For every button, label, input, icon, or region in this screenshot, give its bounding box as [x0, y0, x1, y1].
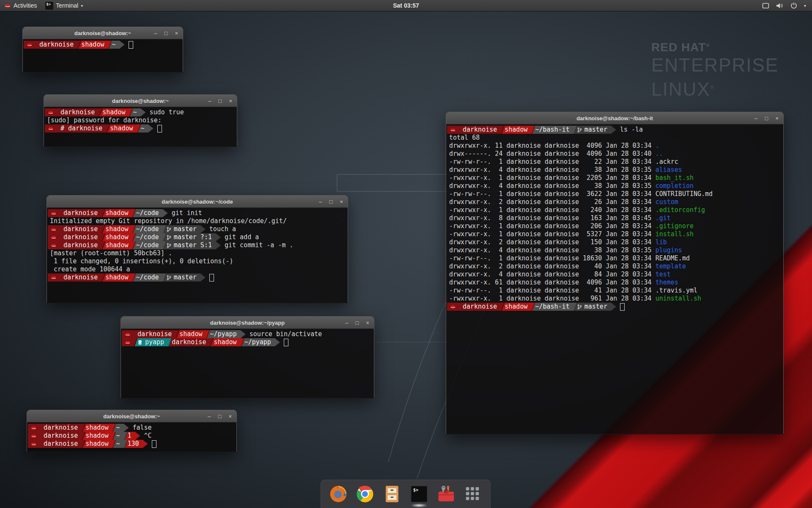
redhat-prompt-icon: [31, 425, 37, 430]
terminal-content[interactable]: darknoiseshadow~/bash-itmasterls -latota…: [446, 124, 783, 434]
close-button[interactable]: ×: [229, 98, 232, 104]
ls-row: drwxrwxr-x. 2 darknoise darknoise 26 Jan…: [447, 198, 783, 206]
ls-row-filename: install.sh: [656, 230, 694, 238]
app-menu-terminal[interactable]: $> Terminal ▾: [41, 0, 87, 11]
prompt-segment-git: master: [573, 303, 611, 311]
terminal-content[interactable]: darknoiseshadow~falsedarknoiseshadow~1^C…: [27, 422, 236, 452]
terminal-content[interactable]: darknoiseshadow~: [23, 39, 183, 72]
maximize-button[interactable]: □: [165, 30, 168, 36]
git-branch-icon-wrap: [577, 304, 582, 310]
terminal-content[interactable]: darknoiseshadow~/codegit initInitialized…: [47, 208, 348, 303]
dock-item-firefox[interactable]: [329, 484, 348, 504]
window-titlebar[interactable]: darknoise@shadow:~–□×: [44, 95, 237, 107]
minimize-button[interactable]: –: [208, 414, 211, 419]
window-buttons: –□×: [319, 196, 343, 207]
prompt-line: darknoiseshadow~/bash-itmasterls -la: [447, 126, 783, 134]
ls-row: drwxrwxr-x. 11 darknoise darknoise 4096 …: [447, 142, 783, 150]
prompt-redhat-chip: [122, 330, 134, 338]
ls-row-meta: -rw-rw-r--. 1 darknoise darknoise 22 Jan…: [449, 158, 656, 166]
prompt-redhat-chip: [48, 233, 60, 241]
prompt-segment-user: darknoise: [459, 303, 501, 311]
close-button[interactable]: ×: [175, 30, 178, 36]
command-text: false: [129, 424, 152, 432]
prompt-segment-host: shadow: [501, 303, 531, 311]
dock-item-chrome[interactable]: [355, 484, 375, 504]
prompt-segment-text: darknoise: [63, 273, 98, 282]
git-branch-icon: [577, 304, 582, 310]
window-titlebar[interactable]: darknoise@shadow:~/bash-it–□×: [446, 112, 783, 124]
minimize-button[interactable]: –: [208, 98, 211, 104]
minimize-button[interactable]: –: [154, 30, 157, 36]
prompt-arrow-cap: [200, 225, 206, 233]
activities-button[interactable]: Activities: [0, 0, 41, 11]
prompt-line: darknoiseshadow~/codemaster: [48, 273, 348, 282]
prompt-segment-text: ~/code: [136, 241, 159, 249]
prompt-segment-text: darknoise: [63, 209, 98, 217]
dock-item-files[interactable]: [382, 484, 402, 504]
prompt-segment-host: shadow: [210, 338, 240, 346]
terminal-cursor: [620, 303, 625, 311]
ls-row-filename: .git: [656, 214, 671, 222]
menu-caret-icon: ▾: [804, 3, 806, 8]
prompt-line: darknoiseshadow~/codemaster S:1git commi…: [48, 241, 348, 249]
ls-row: drwxrwxr-x. 4 darknoise darknoise 38 Jan…: [447, 182, 783, 190]
terminal-content[interactable]: darknoiseshadow~/pyappsource bin/activat…: [121, 329, 374, 398]
maximize-button[interactable]: □: [218, 414, 222, 419]
dock-item-toolbox[interactable]: [436, 484, 456, 504]
running-indicator-glow: [411, 503, 428, 508]
window-titlebar[interactable]: darknoise@shadow:~/code–□×: [47, 196, 348, 208]
terminal-output-line: 1 file changed, 0 insertions(+), 0 delet…: [48, 257, 348, 265]
prompt-segment-text: darknoise: [63, 241, 98, 249]
prompt-segment-user: darknoise: [40, 432, 82, 440]
rhel-logo: RED HAT® ENTERPRISE LINUX®: [651, 41, 779, 100]
prompt-segment-host: shadow: [501, 126, 531, 134]
ls-row-meta: -rwxrwxr-x. 1 darknoise darknoise 2205 J…: [449, 174, 656, 182]
maximize-button[interactable]: □: [219, 98, 222, 104]
dock-item-terminal[interactable]: $>: [409, 484, 429, 504]
prompt-segment-dir: ~/code: [132, 233, 162, 241]
prompt-redhat-chip: [447, 126, 459, 134]
redhat-prompt-icon: [125, 340, 131, 345]
ls-row-meta: drwxrwxr-x. 2 darknoise darknoise 40 Jan…: [449, 262, 656, 271]
prompt-segment-text: ~: [112, 41, 115, 49]
prompt-arrow-cap: [124, 424, 129, 432]
window-titlebar[interactable]: darknoise@shadow:~–□×: [27, 410, 236, 422]
ls-row: -rwxrwxr-x. 1 darknoise darknoise 2205 J…: [447, 174, 783, 182]
ls-row: -rwxrwxr-x. 1 darknoise darknoise 206 Ja…: [447, 222, 783, 230]
close-button[interactable]: ×: [340, 199, 343, 204]
ls-row: drwx------. 24 darknoise darknoise 4096 …: [447, 150, 783, 158]
ls-row-meta: -rw-rw-r--. 1 darknoise darknoise 18630 …: [449, 254, 656, 262]
ls-row-meta: drwxrwxr-x. 11 darknoise darknoise 4096 …: [449, 142, 656, 150]
rhel-logo-enterprise: ENTERPRISE: [651, 54, 779, 76]
git-branch-icon: [167, 235, 171, 240]
command-text: source bin/activate: [246, 330, 322, 338]
clock[interactable]: Sat 03:57: [0, 2, 812, 9]
close-button[interactable]: ×: [228, 414, 232, 419]
dock-item-app-grid[interactable]: [463, 484, 483, 504]
prompt-redhat-chip: [28, 432, 40, 440]
chrome-icon: [356, 485, 374, 503]
maximize-button[interactable]: □: [356, 320, 359, 326]
prompt-segment-text: shadow: [505, 303, 527, 311]
prompt-segment-host: shadow: [99, 108, 129, 116]
prompt-line: darknoiseshadow~/codemastertouch a: [48, 225, 348, 233]
maximize-button[interactable]: □: [765, 116, 768, 121]
close-button[interactable]: ×: [775, 116, 779, 121]
minimize-button[interactable]: –: [754, 116, 757, 121]
minimize-button[interactable]: –: [345, 320, 348, 326]
minimize-button[interactable]: –: [319, 199, 322, 204]
ls-row-filename: CONTRIBUTING.md: [656, 190, 713, 198]
window-titlebar[interactable]: darknoise@shadow:~/pyapp–□×: [121, 317, 374, 329]
prompt-line: darknoiseshadow~1^C: [28, 432, 236, 440]
redhat-prompt-icon: [51, 211, 57, 215]
prompt-segment-git: master: [163, 225, 200, 233]
ls-row: -rwxrwxr-x. 1 darknoise darknoise 240 Ja…: [447, 206, 783, 214]
svg-text:$>: $>: [413, 487, 418, 492]
terminal-content[interactable]: darknoiseshadow~sudo true[sudo] password…: [44, 107, 237, 147]
maximize-button[interactable]: □: [329, 199, 333, 204]
system-tray[interactable]: ▾: [762, 2, 812, 9]
window-titlebar[interactable]: darknoise@shadow:~–□×: [23, 27, 183, 39]
close-button[interactable]: ×: [366, 320, 369, 326]
window-buttons: –□×: [754, 112, 779, 124]
prompt-segment-text: ~/bash-it: [535, 303, 569, 311]
